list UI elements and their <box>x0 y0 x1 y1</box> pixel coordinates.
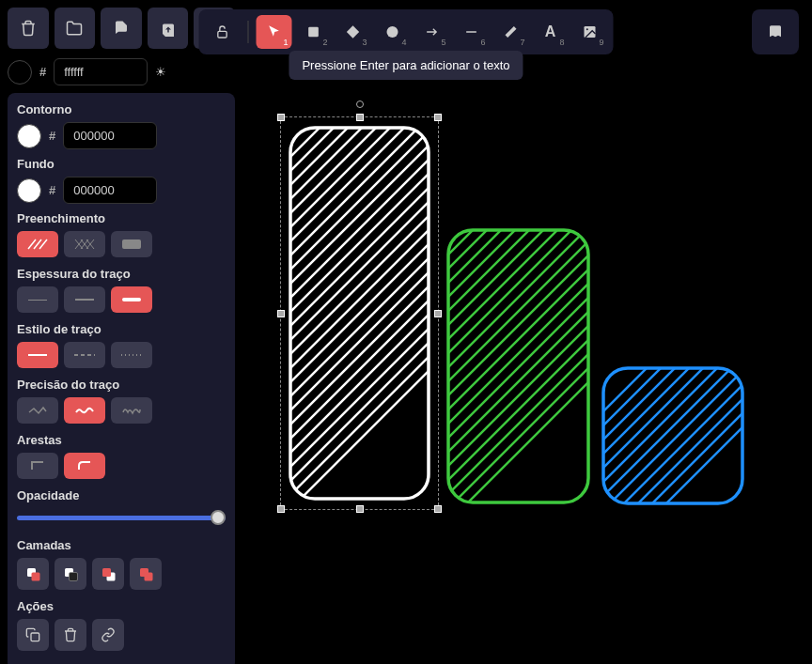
settings-icon[interactable]: ☀ <box>155 65 166 79</box>
opacity-slider[interactable] <box>17 508 226 527</box>
selection-box[interactable] <box>280 116 439 510</box>
stroke-color-input[interactable] <box>63 122 157 149</box>
svg-line-30 <box>611 347 780 517</box>
svg-rect-22 <box>218 31 226 38</box>
svg-rect-18 <box>102 568 111 577</box>
delete-button[interactable] <box>8 8 49 49</box>
resize-handle-sw[interactable] <box>277 505 285 513</box>
fill-label: Preenchimento <box>17 211 226 225</box>
resize-handle-w[interactable] <box>277 310 285 317</box>
resize-handle-e[interactable] <box>434 310 442 317</box>
svg-line-31 <box>625 347 794 517</box>
background-color-swatch[interactable] <box>17 178 41 203</box>
send-backward-button[interactable] <box>55 558 86 590</box>
resize-handle-n[interactable] <box>356 114 364 121</box>
stroke-style-label: Estilo de traço <box>17 322 226 336</box>
stroke-thin-button[interactable] <box>17 286 58 313</box>
stroke-dotted-button[interactable] <box>111 342 152 368</box>
save-button[interactable] <box>101 8 142 49</box>
link-button[interactable] <box>92 619 124 651</box>
background-color-input[interactable] <box>63 177 157 204</box>
actions-label: Ações <box>17 599 226 613</box>
resize-handle-se[interactable] <box>434 505 442 513</box>
stroke-medium-button[interactable] <box>64 286 105 313</box>
sloppiness-label: Precisão do traço <box>17 378 226 392</box>
stroke-dashed-button[interactable] <box>64 342 105 368</box>
svg-rect-21 <box>31 633 39 641</box>
fill-cross-button[interactable] <box>64 231 105 257</box>
properties-panel: Contorno # Fundo # Preenchimento Espessu… <box>8 93 235 664</box>
export-button[interactable] <box>148 8 189 49</box>
edges-label: Arestas <box>17 433 226 447</box>
shape-green[interactable] <box>446 228 590 504</box>
hash-label: # <box>39 65 46 79</box>
opacity-label: Opacidade <box>17 488 226 502</box>
stroke-thick-button[interactable] <box>111 286 152 313</box>
bring-forward-button[interactable] <box>92 558 124 590</box>
bring-to-front-button[interactable] <box>130 558 162 590</box>
stroke-solid-button[interactable] <box>17 342 58 368</box>
resize-handle-ne[interactable] <box>434 114 442 121</box>
svg-rect-14 <box>32 573 40 581</box>
open-button[interactable] <box>55 8 96 49</box>
svg-line-34 <box>569 347 738 517</box>
edges-round-button[interactable] <box>64 453 105 479</box>
fill-solid-button[interactable] <box>111 231 152 257</box>
stroke-color-swatch[interactable] <box>17 124 41 148</box>
svg-rect-20 <box>140 568 148 577</box>
sloppiness-artist-button[interactable] <box>64 397 105 424</box>
stroke-width-label: Espessura do traço <box>17 267 226 281</box>
shape-blue[interactable] <box>601 366 744 505</box>
svg-line-32 <box>639 347 808 517</box>
lock-tool[interactable] <box>205 15 241 49</box>
fill-hachure-button[interactable] <box>17 231 58 257</box>
sloppiness-cartoonist-button[interactable] <box>111 397 152 424</box>
canvas[interactable] <box>242 0 812 664</box>
duplicate-button[interactable] <box>17 619 49 651</box>
rotate-handle[interactable] <box>356 100 364 108</box>
sloppiness-architect-button[interactable] <box>17 397 58 424</box>
delete-element-button[interactable] <box>55 619 86 651</box>
layers-label: Camadas <box>17 538 226 552</box>
edges-sharp-button[interactable] <box>17 453 58 479</box>
svg-rect-16 <box>70 573 78 581</box>
background-label: Fundo <box>17 157 226 171</box>
canvas-color-input[interactable] <box>54 58 148 85</box>
send-to-back-button[interactable] <box>17 558 49 590</box>
canvas-color-swatch[interactable] <box>8 60 32 85</box>
resize-handle-nw[interactable] <box>277 114 285 121</box>
stroke-label: Contorno <box>17 102 226 116</box>
resize-handle-s[interactable] <box>356 505 364 513</box>
